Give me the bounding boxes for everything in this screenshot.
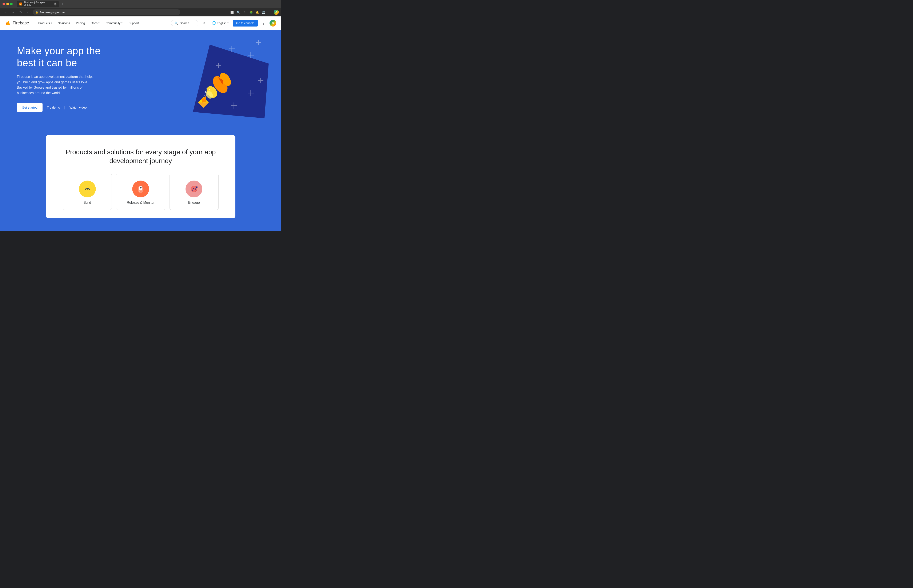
divider: | [64,105,65,110]
new-tab-button[interactable]: + [60,2,65,6]
nav-links: Products ▾ Solutions Pricing Docs ▾ Comm… [36,20,166,26]
hero-illustration [151,38,269,118]
products-section: Products and solutions for every stage o… [0,127,281,231]
browser-toolbar: ← → ↻ ⌂ 🔒 firebase.google.com ⬜ 🔍 ☆ 🧩 🔔 … [0,8,281,16]
back-button[interactable]: ← [3,9,8,15]
hero-content: Make your app the best it can be Firebas… [17,45,118,112]
browser-titlebar: 🔥 Firebase | Google's Mobile... ✕ + [0,0,281,8]
profile-button[interactable]: G [274,10,279,15]
release-monitor-label: Release & Monitor [127,201,155,205]
home-button[interactable]: ⌂ [25,9,31,15]
community-chevron-icon: ▾ [121,22,123,24]
nav-docs[interactable]: Docs ▾ [88,20,102,26]
active-tab[interactable]: 🔥 Firebase | Google's Mobile... ✕ [17,1,59,7]
nav-support[interactable]: Support [126,20,141,26]
logo-text: Firebase [13,21,29,26]
build-label: Build [84,201,91,205]
forward-button[interactable]: → [10,9,16,15]
svg-point-11 [204,95,205,95]
maximize-window-button[interactable] [10,3,13,5]
svg-text:</>: </> [84,187,90,191]
address-bar[interactable]: 🔒 firebase.google.com [33,9,180,15]
go-to-console-button[interactable]: Go to console [233,20,258,26]
browser-chrome: 🔥 Firebase | Google's Mobile... ✕ + ← → … [0,0,281,16]
release-icon [132,181,149,197]
products-chevron-icon: ▾ [51,22,52,24]
firebase-logo-icon [5,20,11,26]
hero-section: Make your app the best it can be Firebas… [0,30,281,127]
close-window-button[interactable] [3,3,5,5]
product-release-monitor[interactable]: Release & Monitor [116,174,165,210]
svg-point-13 [206,89,207,89]
hero-actions: Get started Try demo | Watch video [17,103,118,112]
nav-products[interactable]: Products ▾ [36,20,55,26]
language-chevron-icon: ▾ [227,22,229,24]
navbar: Firebase Products ▾ Solutions Pricing Do… [0,16,281,30]
nav-community[interactable]: Community ▾ [103,20,125,26]
build-icon: </> [79,181,96,197]
cast-icon[interactable]: ⬜ [230,10,235,15]
nav-pricing[interactable]: Pricing [73,20,87,26]
language-selector[interactable]: 🌐 English ▾ [210,20,230,26]
nav-right: 🔍 Search ☀ 🌐 English ▾ Go to console ⋮ G [171,20,276,26]
search-label: Search [180,21,189,25]
nav-solutions[interactable]: Solutions [55,20,73,26]
products-grid: </> Build R [63,174,219,210]
lens-icon[interactable]: 🔍 [236,10,241,15]
url-text: firebase.google.com [40,11,65,14]
svg-point-21 [140,187,141,188]
more-options-button[interactable]: ⋮ [260,20,267,26]
close-tab-button[interactable]: ✕ [54,3,57,5]
product-build[interactable]: </> Build [63,174,112,210]
logo[interactable]: Firebase [5,20,29,26]
lock-icon: 🔒 [36,11,38,14]
notification-icon[interactable]: 🔔 [255,10,260,15]
globe-icon: 🌐 [212,21,216,25]
svg-point-10 [207,94,208,94]
search-icon: 🔍 [175,21,178,25]
theme-toggle-button[interactable]: ☀ [201,20,207,26]
traffic-lights [3,3,13,5]
screen-share-icon[interactable]: 💻 [261,10,266,15]
tab-favicon: 🔥 [19,3,22,5]
hero-description: Firebase is an app development platform … [17,74,97,95]
extension-icon[interactable]: 🧩 [248,10,254,15]
svg-point-9 [205,91,206,93]
bookmark-icon[interactable]: ☆ [242,10,247,15]
menu-button[interactable]: ⋮ [267,10,272,15]
get-started-button[interactable]: Get started [17,103,42,112]
engage-label: Engage [188,201,200,205]
toolbar-actions: ⬜ 🔍 ☆ 🧩 🔔 💻 ⋮ G [230,10,279,15]
try-demo-link[interactable]: Try demo [47,106,60,109]
svg-point-12 [209,89,210,90]
tab-title: Firebase | Google's Mobile... [24,1,51,7]
products-card: Products and solutions for every stage o… [46,135,235,218]
tab-bar: 🔥 Firebase | Google's Mobile... ✕ + [17,1,65,7]
language-label: English [217,21,227,25]
user-avatar[interactable]: G [270,20,276,26]
hero-title: Make your app the best it can be [17,45,118,69]
watch-video-link[interactable]: Watch video [70,106,87,109]
product-engage[interactable]: Engage [170,174,219,210]
engage-icon [186,181,202,197]
rocket-illustration [151,38,269,118]
refresh-button[interactable]: ↻ [18,9,24,15]
products-title: Products and solutions for every stage o… [63,148,219,165]
minimize-window-button[interactable] [6,3,9,5]
search-button[interactable]: 🔍 Search [171,20,198,26]
docs-chevron-icon: ▾ [98,22,100,24]
